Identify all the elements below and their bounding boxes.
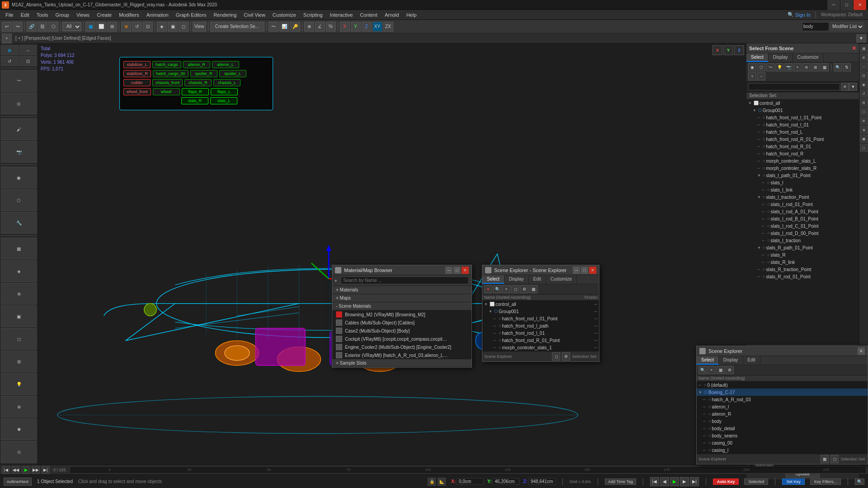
bse-item-aileron-l[interactable]: ─○aileron_l	[697, 403, 868, 410]
material-search-input[interactable]	[341, 277, 469, 284]
sample-slots-header[interactable]: + Sample Slots	[332, 359, 472, 367]
coord-lock-btn[interactable]: 📐	[438, 478, 446, 486]
window-crossing-button[interactable]: ⊞	[107, 22, 117, 32]
se-item-hatch-front-rod-01[interactable]: ─ ○ hatch_front_rod_l_01 ─	[482, 329, 599, 337]
x-coord-input[interactable]	[457, 478, 484, 485]
lp-extra-3[interactable]: ⊕	[1, 283, 37, 305]
sfs-item-slats-l-link[interactable]: ─○slats_l_link	[746, 186, 859, 193]
bse-item-0-default[interactable]: ─○0 (default)	[697, 381, 868, 389]
scale-button[interactable]: ⊡	[143, 22, 153, 32]
xyz-x-button[interactable]: X	[340, 22, 350, 32]
play-btn[interactable]: ▶	[22, 466, 30, 474]
select-region-button[interactable]: ⬜	[96, 22, 106, 32]
lp-utility-icon[interactable]: 🔧	[1, 212, 37, 234]
se-footer-layers[interactable]: ◻	[552, 352, 560, 361]
rsi-icon-9[interactable]: ⊕	[860, 117, 868, 125]
rsi-icon-1[interactable]: ▦	[860, 44, 868, 52]
anim-play-btn[interactable]: ▶	[670, 477, 679, 486]
sfs-light-btn[interactable]: 💡	[775, 63, 783, 71]
se-item-hatch-front-rod-r[interactable]: ─ ○ hatch_front_rod_R_01_Point ─	[482, 337, 599, 344]
se-tb-expand[interactable]: +	[502, 285, 510, 293]
anim-prev-key-btn[interactable]: ◀	[660, 477, 669, 486]
bse-item-casing-l[interactable]: ─○casing_l	[697, 446, 868, 454]
menu-arnold[interactable]: Arnold	[381, 10, 403, 20]
mb-item-cockpit[interactable]: Cockpit (VRayMtl) [cocpit,cocpit_compass…	[332, 335, 472, 343]
maps-section-header[interactable]: + Maps	[332, 294, 472, 302]
graph-button[interactable]: 📊	[279, 22, 289, 32]
se-tb-layers[interactable]: ◻	[511, 285, 519, 293]
mirror-button[interactable]: ◈	[157, 22, 167, 32]
se-tb-options[interactable]: ⚙	[520, 285, 528, 293]
sfs-item-morph-l[interactable]: ─○morph_controler_slats_L	[746, 157, 859, 164]
select-move-button[interactable]: ⊕	[121, 22, 131, 32]
sfs-tab-select[interactable]: Select	[746, 53, 769, 62]
se-tab-customize[interactable]: Customize	[546, 275, 577, 284]
next-frame-btn[interactable]: ▶|	[42, 466, 50, 474]
sfs-helper-btn[interactable]: +	[793, 63, 802, 71]
bse-item-boeing[interactable]: ▼⬡Boeing_C-17	[697, 389, 868, 396]
comp-slats-l[interactable]: slats_L	[210, 97, 237, 104]
se-item-control-all[interactable]: ▼ ⬜ control_all ─	[482, 300, 599, 308]
bse-header[interactable]: Scene Explorer ✕	[697, 346, 868, 356]
bse-item-aileron-r[interactable]: ─○aileron_R	[697, 410, 868, 418]
snap-toggle-button[interactable]: ⊕	[304, 22, 314, 32]
prev-frame-btn[interactable]: |◀	[2, 466, 10, 474]
menu-civil-view[interactable]: Civil View	[240, 10, 269, 20]
bse-filter-btn[interactable]: 🔍	[698, 366, 707, 374]
rsi-icon-12[interactable]: ◻	[860, 144, 868, 152]
comp-spoiler-r[interactable]: spoiler_R	[190, 70, 217, 77]
sfs-item-slats-r[interactable]: ─○slats_R	[746, 251, 859, 258]
scene-materials-section-header[interactable]: - Scene Materials	[332, 302, 472, 310]
curves-button[interactable]: 〜	[269, 22, 278, 32]
y-coord-input[interactable]	[492, 478, 519, 485]
align-button[interactable]: ▣	[168, 22, 178, 32]
comp-flaps-r[interactable]: flaps_R	[182, 88, 209, 95]
mb-item-case2[interactable]: Case2 (Multi/Sub-Object) [Body]	[332, 327, 472, 335]
lp-obj-icon[interactable]: ⬡	[1, 189, 37, 211]
sfs-shape-btn[interactable]: 〜	[766, 63, 774, 71]
lp-extra-10[interactable]: ⊙	[1, 441, 37, 463]
key-button[interactable]: 🔑	[290, 22, 300, 32]
select-object-button[interactable]: ▦	[85, 22, 95, 32]
lp-extra-8[interactable]: ⊗	[1, 396, 37, 418]
tb2-1[interactable]: +	[2, 33, 12, 43]
mb-maximize-btn[interactable]: □	[453, 267, 461, 274]
sfs-item-slats-l-rod-b[interactable]: ─○slats_l_rod_B_01_Point	[746, 215, 859, 222]
sfs-spacewarp-btn[interactable]: ≋	[802, 63, 811, 71]
se-item-morph-controler[interactable]: ─ ○ morph_controler_slats_1 ─	[482, 344, 599, 351]
bse-footer-layer-btn[interactable]: ◻	[830, 455, 839, 463]
minimize-button[interactable]: ─	[827, 0, 840, 10]
se-tab-edit[interactable]: Edit	[529, 275, 546, 284]
sfs-search-options[interactable]: ▼	[849, 83, 857, 91]
se-footer-options[interactable]: ⚙	[562, 352, 570, 361]
mb-minimize-btn[interactable]: ─	[445, 267, 453, 274]
se-tb-display-icons[interactable]: ▦	[529, 285, 538, 293]
comp-hatch-cargo-00[interactable]: hatch_cargo_00	[153, 70, 189, 77]
sfs-all-btn[interactable]: ◉	[748, 63, 756, 71]
sfs-geo-btn[interactable]: ⬡	[757, 63, 765, 71]
bse-item-hatch-a-r-rod[interactable]: ─○hatch_A_R_rod_03	[697, 396, 868, 403]
sfs-group-btn[interactable]: ▦	[821, 63, 829, 71]
comp-chassis-r[interactable]: chassis_R	[184, 79, 212, 86]
mb-close-btn[interactable]: ✕	[462, 267, 469, 274]
xyz-zx-button[interactable]: ZX	[383, 22, 393, 32]
sfs-sort-btn[interactable]: ⇅	[843, 63, 851, 71]
sfs-item-hatch-rod-l-01[interactable]: ─○hatch_front_rod_l_01_Point	[746, 114, 859, 121]
sfs-item-slats-l-rod-a[interactable]: ─○slats_l_rod_A_01_Point	[746, 208, 859, 215]
materials-section-header[interactable]: + Materials	[332, 286, 472, 294]
lp-extra-2[interactable]: ◈	[1, 260, 37, 282]
rotate-button[interactable]: ↺	[132, 22, 142, 32]
bse-tab-edit[interactable]: Edit	[743, 356, 760, 365]
menu-interactive[interactable]: Interactive	[326, 10, 357, 20]
percent-snap-button[interactable]: %	[326, 22, 336, 32]
timeline-track[interactable]: 0 25 50 75 100 125 150 175 200 225	[70, 466, 866, 474]
menu-views[interactable]: Views	[73, 10, 93, 20]
lp-rotate-icon[interactable]: ↺	[1, 56, 19, 66]
lp-extra-1[interactable]: ▦	[1, 238, 37, 259]
lp-scale-icon[interactable]: ⊡	[19, 56, 37, 66]
comp-spoiler-l[interactable]: spoiler_L	[219, 70, 246, 77]
layer-button[interactable]: ◻	[179, 22, 189, 32]
close-button[interactable]: ✕	[854, 0, 866, 10]
rsi-icon-7[interactable]: ⊞	[860, 99, 868, 107]
auto-key-button[interactable]: Auto Key	[713, 479, 739, 485]
